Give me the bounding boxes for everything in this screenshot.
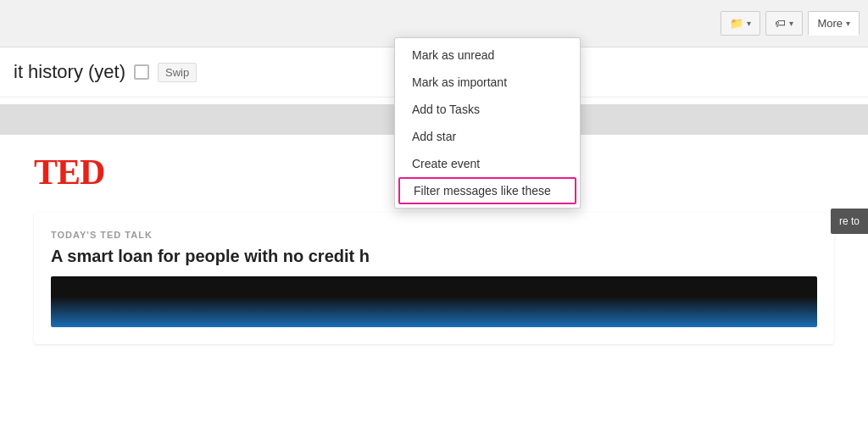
dropdown-item[interactable]: Filter messages like these	[398, 177, 576, 204]
more-chevron-icon: ▾	[846, 19, 850, 28]
dropdown-overlay: Mark as unreadMark as importantAdd to Ta…	[0, 0, 868, 434]
dropdown-item[interactable]: Mark as unread	[395, 42, 580, 69]
more-button-label: More	[817, 17, 843, 30]
more-dropdown-menu: Mark as unreadMark as importantAdd to Ta…	[394, 37, 581, 209]
dropdown-item[interactable]: Mark as important	[395, 69, 580, 96]
dropdown-item[interactable]: Create event	[395, 150, 580, 177]
dropdown-item[interactable]: Add to Tasks	[395, 96, 580, 123]
dropdown-item[interactable]: Add star	[395, 123, 580, 150]
more-button[interactable]: More ▾	[808, 11, 860, 36]
